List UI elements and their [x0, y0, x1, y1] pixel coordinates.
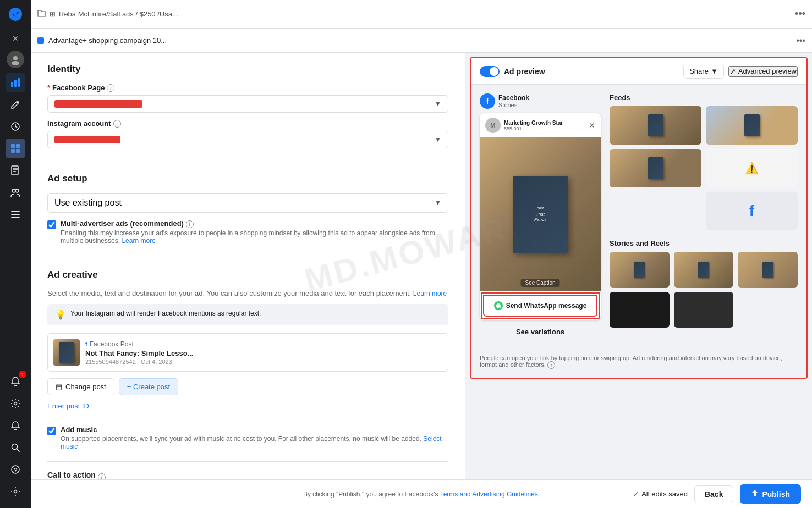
notification-badge: 1 [19, 371, 26, 378]
facebook-page-info-icon[interactable]: i [107, 84, 114, 92]
create-post-button[interactable]: + Create post [119, 378, 178, 395]
sr-thumb-1 [610, 252, 670, 288]
sidebar-item-list[interactable] [6, 205, 25, 224]
svg-point-1 [13, 56, 18, 60]
top-nav-more[interactable]: ••• [795, 8, 805, 20]
sidebar-item-grid[interactable] [6, 139, 25, 158]
sidebar-item-close[interactable]: ✕ [6, 29, 25, 48]
add-music-desc: On supported placements, we'll sync your… [61, 435, 448, 450]
sidebar-item-edit[interactable] [6, 95, 25, 114]
facebook-page-arrow: ▼ [435, 100, 441, 108]
feed-thumb-6: f [706, 192, 798, 230]
sidebar-item-bell[interactable] [6, 416, 25, 435]
add-music-checkbox[interactable] [47, 427, 56, 435]
preview-panel-wrapper: Ad preview Share ▼ ⤢ Advanced preview [470, 57, 808, 379]
ad-setup-title: Ad setup [47, 173, 448, 184]
cta-info-icon[interactable]: i [98, 473, 106, 479]
cta-label-row: Call to action i [47, 471, 448, 479]
content-area: Identity * Facebook Page i ▼ Instagram a… [31, 53, 812, 479]
fb-logo-icon: f [749, 202, 754, 220]
preview-actions: Share ▼ ⤢ Advanced preview [683, 64, 798, 79]
post-title: Not That Fancy: Simple Lesso... [85, 349, 442, 357]
change-post-button[interactable]: ▤ Change post [47, 378, 114, 395]
feeds-grid: ⚠️ f [610, 106, 798, 230]
advanced-preview-button[interactable]: ⤢ Advanced preview [728, 66, 798, 77]
ad-creative-title: Ad creative [47, 269, 448, 280]
campaign-row: Advantage+ shopping campaign 10... ••• [31, 29, 812, 53]
stories-reels-grid [610, 252, 798, 328]
use-existing-post-dropdown[interactable]: Use existing post ▼ [47, 193, 448, 213]
instagram-notice-banner: 💡 Your Instagram ad will render Facebook… [47, 304, 448, 325]
see-caption-label: See Caption [520, 279, 559, 287]
book-text: NotThatFancy [532, 203, 548, 225]
cta-button-highlighted: Send WhatsApp message [481, 292, 600, 319]
facebook-page-dropdown[interactable]: ▼ [47, 95, 448, 113]
preview-note-info-icon[interactable]: i [547, 361, 555, 369]
see-variations-button[interactable]: See variations [480, 322, 601, 341]
share-chevron-icon: ▼ [711, 67, 718, 75]
sidebar-item-notifications[interactable]: 1 [6, 372, 25, 391]
ad-creative-learn-more[interactable]: Learn more [413, 290, 447, 297]
sidebar-item-chart[interactable] [6, 73, 25, 92]
bottom-bar-text: By clicking "Publish," you agree to Face… [303, 490, 540, 498]
post-preview-row: f Facebook Post Not That Fancy: Simple L… [47, 333, 448, 372]
svg-text:?: ? [14, 467, 18, 473]
instagram-account-dropdown[interactable]: ▼ [47, 131, 448, 148]
main-wrapper: ⊞ Reba McEntire/Sall ads / $250 /Usa... … [31, 0, 812, 508]
svg-rect-4 [14, 80, 17, 87]
stories-page-avatar: M [485, 118, 501, 133]
sidebar-item-search[interactable] [6, 438, 25, 457]
whatsapp-cta-button[interactable]: Send WhatsApp message [483, 295, 597, 317]
bulb-icon: 💡 [55, 310, 66, 320]
post-meta: 215550944872542 · Oct 4, 2023 [85, 358, 442, 365]
multi-advertiser-checkbox[interactable] [47, 220, 56, 229]
ad-creative-section: Ad creative Select the media, text and d… [47, 258, 448, 450]
instagram-account-redacted [54, 136, 120, 143]
campaign-more[interactable]: ••• [796, 36, 805, 46]
svg-point-12 [12, 189, 15, 192]
publish-button[interactable]: Publish [740, 484, 801, 504]
terms-link[interactable]: Terms and Advertising Guidelines. [440, 490, 540, 498]
preview-panel: Ad preview Share ▼ ⤢ Advanced preview [465, 53, 812, 479]
ad-preview-toggle-switch[interactable] [480, 66, 500, 77]
instagram-account-arrow: ▼ [435, 136, 441, 143]
use-existing-post-arrow: ▼ [435, 199, 441, 207]
publish-icon [751, 489, 759, 499]
warning-icon: ⚠️ [745, 162, 759, 175]
user-avatar[interactable] [7, 51, 24, 68]
enter-post-id-link[interactable]: Enter post ID [47, 402, 89, 410]
preview-body: f Facebook Stories M M [471, 85, 806, 350]
stories-close-icon[interactable]: ✕ [589, 121, 595, 130]
instagram-account-info-icon[interactable]: i [113, 120, 121, 128]
svg-rect-11 [12, 166, 18, 175]
ad-preview-toggle: Ad preview [480, 66, 545, 77]
multi-advertiser-learn-more[interactable]: Learn more [122, 237, 155, 245]
sidebar-item-audience[interactable] [6, 183, 25, 202]
saved-status: ✓ All edits saved [633, 490, 688, 499]
sidebar-item-help[interactable]: ? [6, 460, 25, 479]
preview-note: People can open your link by tapping on … [471, 350, 806, 378]
multi-advertiser-desc: Enabling this may increase your ad's exp… [61, 229, 448, 245]
feed-thumb-4: ⚠️ [706, 149, 798, 187]
svg-rect-3 [11, 82, 13, 87]
svg-point-13 [15, 189, 19, 192]
sr-book-3 [762, 262, 773, 278]
facebook-icon-circle: f [480, 93, 495, 109]
sidebar-item-settings[interactable] [6, 394, 25, 413]
share-button[interactable]: Share ▼ [683, 64, 724, 79]
back-button[interactable]: Back [694, 485, 733, 503]
breadcrumb-text: Reba McEntire/Sall ads / $250 /Usa... [59, 10, 178, 18]
sidebar-item-history[interactable] [6, 117, 25, 136]
change-post-icon: ▤ [56, 383, 62, 391]
sidebar-item-pages[interactable] [6, 161, 25, 180]
sidebar-item-gear2[interactable] [6, 482, 25, 501]
feed-book-1 [648, 114, 663, 136]
sr-thumb-5 [674, 292, 734, 328]
grid-icon: ⊞ [50, 10, 56, 18]
facebook-page-redacted [54, 100, 142, 108]
cta-section: Call to action i Send WhatsApp message ✏… [47, 461, 448, 479]
campaign-indicator [37, 37, 44, 44]
preview-main: f Facebook Stories M M [480, 93, 601, 341]
check-icon: ✓ [633, 490, 639, 499]
multi-advertiser-info-icon[interactable]: i [186, 220, 194, 228]
